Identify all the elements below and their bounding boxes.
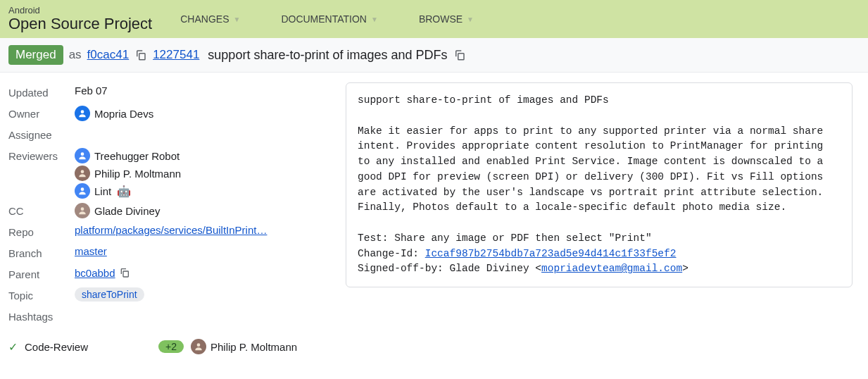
topic-chip[interactable]: shareToPrint — [75, 287, 144, 302]
logo[interactable]: Android Open Source Project — [8, 6, 152, 32]
review-label: Code-Review — [25, 341, 88, 353]
svg-rect-7 — [123, 271, 128, 277]
top-nav: Android Open Source Project CHANGES ▼ DO… — [0, 0, 868, 38]
meta-branch-label: Branch — [8, 245, 75, 262]
meta-owner: Owner Mopria Devs — [8, 104, 329, 125]
copy-icon[interactable] — [118, 266, 131, 279]
copy-icon[interactable] — [453, 49, 466, 61]
commit-message-panel: support share-to-print of images and PDF… — [346, 82, 853, 287]
code-review-row: ✓ Code-Review +2 Philip P. Moltmann — [8, 333, 329, 354]
owner-name: Mopria Devs — [94, 108, 153, 120]
nav-changes-label: CHANGES — [180, 13, 229, 25]
meta-hashtags-label: Hashtags — [8, 309, 75, 325]
copy-icon[interactable] — [134, 49, 147, 61]
cc-chip[interactable]: Glade Diviney — [75, 203, 160, 218]
commit-body: Make it easier for apps to print to any … — [358, 125, 829, 213]
commit-sha-link[interactable]: f0cac41 — [87, 48, 130, 62]
meta-updated-value: Feb 07 — [75, 85, 329, 97]
svg-point-2 — [81, 110, 84, 113]
robot-icon: 🤖 — [117, 185, 131, 198]
reviewer-name: Philip P. Moltmann — [94, 168, 181, 180]
avatar — [75, 106, 90, 121]
reviewer-name: Lint — [94, 185, 111, 197]
vote-badge: +2 — [158, 340, 184, 353]
check-icon: ✓ — [8, 340, 18, 354]
meta-hashtags: Hashtags — [8, 306, 329, 328]
signed-off-email-link[interactable]: mopriadevteam@gmail.com — [541, 263, 682, 274]
reviewer-chip[interactable]: Philip P. Moltmann — [75, 166, 181, 181]
as-text: as — [69, 48, 82, 62]
reviewer-chip[interactable]: Lint 🤖 — [75, 183, 131, 199]
voter-name: Philip P. Moltmann — [210, 341, 297, 353]
meta-assignee-label: Assignee — [8, 127, 75, 144]
change-header: Merged as f0cac41 1227541 support share-… — [0, 38, 868, 73]
metadata-panel: Updated Feb 07 Owner Mopria Devs Assigne… — [8, 82, 329, 354]
meta-updated-label: Updated — [8, 85, 75, 101]
meta-branch: Branch master — [8, 243, 329, 264]
meta-topic-label: Topic — [8, 287, 75, 304]
meta-assignee: Assignee — [8, 125, 329, 146]
commit-subject: support share-to-print of images and PDF… — [358, 94, 609, 106]
change-title: support share-to-print of images and PDF… — [208, 48, 447, 63]
repo-link[interactable]: platform/packages/services/BuiltInPrint… — [75, 224, 267, 236]
logo-bottom-text: Open Source Project — [8, 15, 152, 32]
avatar — [75, 148, 90, 163]
nav-browse-label: BROWSE — [419, 13, 463, 25]
meta-repo-label: Repo — [8, 224, 75, 241]
meta-cc: CC Glade Diviney — [8, 201, 329, 222]
nav-browse[interactable]: BROWSE ▼ — [419, 13, 505, 25]
meta-reviewers: Reviewers Treehugger Robot Philip P. Mol… — [8, 146, 329, 201]
meta-reviewers-label: Reviewers — [8, 148, 75, 165]
svg-point-3 — [81, 152, 84, 156]
chevron-down-icon: ▼ — [371, 15, 378, 23]
avatar — [75, 166, 90, 181]
svg-point-6 — [81, 207, 84, 211]
voter-chip[interactable]: Philip P. Moltmann — [191, 339, 297, 354]
svg-point-5 — [81, 187, 84, 191]
avatar — [75, 203, 90, 218]
meta-owner-label: Owner — [8, 106, 75, 123]
avatar — [191, 339, 206, 354]
meta-topic: Topic shareToPrint — [8, 285, 329, 306]
commit-changeid-label: Change-Id: — [358, 248, 425, 259]
commit-signed-off-prefix: Signed-off-by: Glade Diviney < — [358, 263, 541, 274]
logo-top-text: Android — [8, 6, 152, 15]
meta-updated: Updated Feb 07 — [8, 82, 329, 104]
cc-name: Glade Diviney — [94, 205, 160, 217]
nav-documentation-label: DOCUMENTATION — [281, 13, 367, 25]
avatar — [75, 183, 90, 199]
chevron-down-icon: ▼ — [467, 15, 474, 23]
reviewer-chip[interactable]: Treehugger Robot — [75, 148, 180, 163]
svg-point-4 — [81, 170, 84, 173]
owner-chip[interactable]: Mopria Devs — [75, 106, 153, 121]
chevron-down-icon: ▼ — [233, 15, 240, 23]
commit-signed-off-suffix: > — [682, 263, 688, 274]
svg-point-8 — [197, 343, 201, 347]
branch-link[interactable]: master — [75, 245, 107, 257]
meta-parent-label: Parent — [8, 266, 75, 283]
nav-documentation[interactable]: DOCUMENTATION ▼ — [281, 13, 409, 25]
meta-cc-label: CC — [8, 203, 75, 220]
reviewer-name: Treehugger Robot — [94, 150, 180, 162]
nav-changes[interactable]: CHANGES ▼ — [180, 13, 271, 25]
meta-repo: Repo platform/packages/services/BuiltInP… — [8, 222, 329, 243]
meta-parent: Parent bc0abbd — [8, 264, 329, 285]
commit-test-line: Test: Share any image or PDF then select… — [358, 232, 652, 244]
change-number-link[interactable]: 1227541 — [153, 48, 199, 62]
svg-rect-1 — [458, 54, 463, 60]
content-area: Updated Feb 07 Owner Mopria Devs Assigne… — [0, 73, 868, 364]
status-badge: Merged — [8, 45, 63, 65]
parent-link[interactable]: bc0abbd — [75, 267, 115, 279]
svg-rect-0 — [139, 54, 145, 60]
change-id-link[interactable]: Iccaf987b2754bdb7a723ad5e94d414c1f33f5ef… — [425, 248, 677, 259]
